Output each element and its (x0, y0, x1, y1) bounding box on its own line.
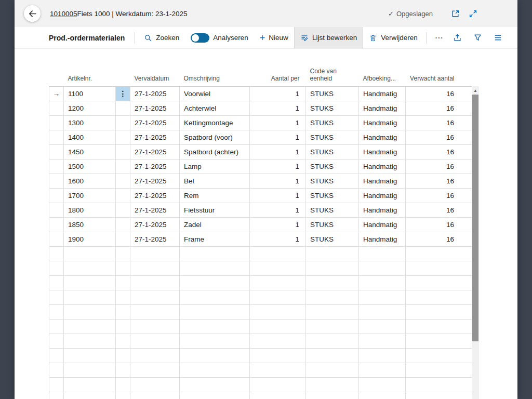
cell-expected-qty[interactable] (406, 304, 472, 319)
cell-uom[interactable]: STUKS (306, 188, 359, 203)
cell-flushing[interactable] (359, 392, 406, 399)
cell-qty-per[interactable] (250, 377, 306, 392)
cell-flushing[interactable]: Handmatig (359, 232, 406, 246)
cell-item-no[interactable] (64, 334, 116, 348)
table-row[interactable]: 1500 27-1-2025 Lamp 1 STUKS Handmatig 16 (49, 159, 472, 174)
cell-item-no[interactable] (64, 261, 116, 275)
cell-due-date[interactable]: 27-1-2025 (130, 174, 180, 188)
cell-description[interactable] (180, 363, 250, 377)
cell-item-no[interactable]: 1900 (64, 232, 116, 246)
search-button[interactable]: Zoeken (138, 27, 185, 48)
row-selector-cell[interactable] (49, 261, 64, 275)
cell-uom[interactable] (306, 348, 359, 363)
cell-due-date[interactable]: 27-1-2025 (130, 130, 180, 144)
cell-expected-qty[interactable] (406, 261, 472, 275)
cell-expected-qty[interactable]: 16 (406, 115, 472, 130)
list-view-button[interactable] (489, 33, 507, 42)
cell-flushing[interactable] (359, 319, 406, 334)
cell-description[interactable]: Fietsstuur (180, 203, 250, 217)
cell-description[interactable] (180, 392, 250, 399)
cell-description[interactable]: Zadel (180, 217, 250, 232)
vertical-scrollbar[interactable]: ▲ (472, 86, 479, 399)
table-row[interactable] (49, 334, 472, 348)
cell-item-no[interactable]: 1700 (64, 188, 116, 203)
cell-description[interactable] (180, 304, 250, 319)
cell-item-no[interactable] (64, 275, 116, 290)
table-row[interactable]: 1200 27-1-2025 Achterwiel 1 STUKS Handma… (49, 101, 472, 115)
cell-item-no[interactable] (64, 319, 116, 334)
row-options-cell[interactable] (116, 144, 130, 159)
cell-description[interactable]: Spatbord (achter) (180, 144, 250, 159)
cell-flushing[interactable]: Handmatig (359, 159, 406, 174)
table-row[interactable] (49, 261, 472, 275)
row-selector-cell[interactable] (49, 334, 64, 348)
cell-flushing[interactable] (359, 363, 406, 377)
row-selector-cell[interactable] (49, 304, 64, 319)
row-selector-cell[interactable] (49, 392, 64, 399)
cell-flushing[interactable]: Handmatig (359, 144, 406, 159)
cell-item-no[interactable] (64, 246, 116, 261)
row-selector-cell[interactable] (49, 159, 64, 174)
cell-qty-per[interactable]: 1 (250, 203, 306, 217)
table-row[interactable]: 1400 27-1-2025 Spatbord (voor) 1 STUKS H… (49, 130, 472, 144)
analyze-toggle[interactable]: Analyseren (185, 27, 254, 48)
back-button[interactable] (24, 5, 41, 22)
cell-flushing[interactable] (359, 348, 406, 363)
cell-due-date[interactable] (130, 290, 180, 304)
cell-description[interactable]: Frame (180, 232, 250, 246)
table-row[interactable]: 1450 27-1-2025 Spatbord (achter) 1 STUKS… (49, 144, 472, 159)
cell-due-date[interactable]: 27-1-2025 (130, 232, 180, 246)
more-options-button[interactable]: ⋯ (430, 27, 448, 48)
cell-item-no[interactable]: 1300 (64, 115, 116, 130)
cell-qty-per[interactable]: 1 (250, 188, 306, 203)
table-row[interactable] (49, 275, 472, 290)
cell-item-no[interactable]: 1400 (64, 130, 116, 144)
cell-due-date[interactable]: 27-1-2025 (130, 159, 180, 174)
cell-expected-qty[interactable]: 16 (406, 130, 472, 144)
row-selector-cell[interactable] (49, 144, 64, 159)
row-options-cell[interactable] (116, 217, 130, 232)
cell-uom[interactable] (306, 392, 359, 399)
cell-uom[interactable]: STUKS (306, 130, 359, 144)
cell-item-no[interactable] (64, 392, 116, 399)
cell-qty-per[interactable]: 1 (250, 174, 306, 188)
row-options-cell[interactable] (116, 130, 130, 144)
table-row[interactable] (49, 304, 472, 319)
cell-uom[interactable]: STUKS (306, 174, 359, 188)
cell-description[interactable] (180, 290, 250, 304)
cell-due-date[interactable] (130, 319, 180, 334)
cell-uom[interactable] (306, 275, 359, 290)
cell-item-no[interactable]: 1200 (64, 101, 116, 115)
filter-button[interactable] (469, 33, 487, 42)
cell-qty-per[interactable]: 1 (250, 159, 306, 174)
cell-due-date[interactable] (130, 275, 180, 290)
row-options-cell[interactable] (116, 348, 130, 363)
cell-description[interactable] (180, 246, 250, 261)
cell-description[interactable]: Spatbord (voor) (180, 130, 250, 144)
new-button[interactable]: + Nieuw (254, 27, 294, 48)
cell-qty-per[interactable]: 1 (250, 232, 306, 246)
row-selector-cell[interactable] (49, 290, 64, 304)
cell-due-date[interactable]: 27-1-2025 (130, 86, 180, 101)
cell-description[interactable]: Kettingmontage (180, 115, 250, 130)
table-row[interactable]: 1900 27-1-2025 Frame 1 STUKS Handmatig 1… (49, 232, 472, 246)
cell-uom[interactable]: STUKS (306, 115, 359, 130)
row-selector-cell[interactable] (49, 217, 64, 232)
cell-uom[interactable]: STUKS (306, 203, 359, 217)
cell-due-date[interactable]: 27-1-2025 (130, 144, 180, 159)
row-selector-cell[interactable] (49, 348, 64, 363)
cell-due-date[interactable] (130, 261, 180, 275)
cell-due-date[interactable]: 27-1-2025 (130, 203, 180, 217)
cell-expected-qty[interactable] (406, 290, 472, 304)
cell-flushing[interactable] (359, 290, 406, 304)
cell-expected-qty[interactable] (406, 348, 472, 363)
cell-expected-qty[interactable]: 16 (406, 159, 472, 174)
cell-expected-qty[interactable] (406, 334, 472, 348)
cell-qty-per[interactable] (250, 290, 306, 304)
cell-flushing[interactable]: Handmatig (359, 130, 406, 144)
row-options-cell[interactable] (116, 246, 130, 261)
cell-description[interactable] (180, 348, 250, 363)
cell-expected-qty[interactable]: 16 (406, 101, 472, 115)
cell-flushing[interactable]: Handmatig (359, 217, 406, 232)
cell-flushing[interactable] (359, 304, 406, 319)
